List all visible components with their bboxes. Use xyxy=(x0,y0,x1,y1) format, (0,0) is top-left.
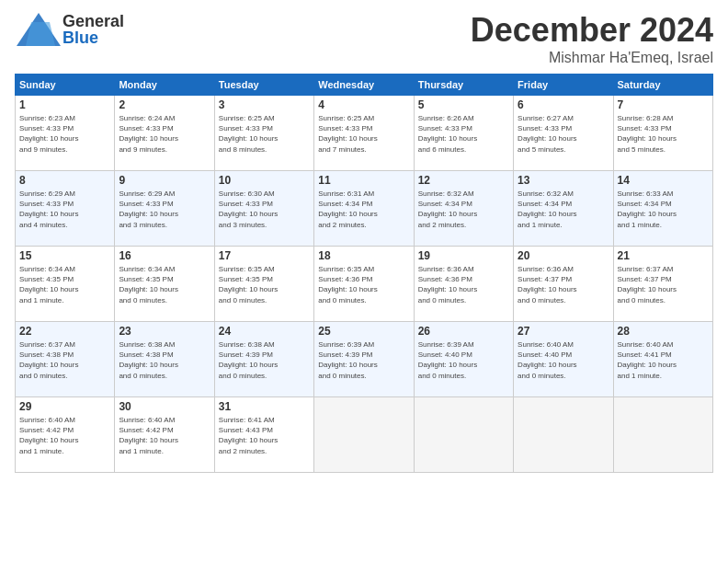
day-info: Sunrise: 6:32 AMSunset: 4:34 PMDaylight:… xyxy=(518,189,609,230)
day-number: 22 xyxy=(19,325,110,338)
calendar-cell: 15Sunrise: 6:34 AMSunset: 4:35 PMDayligh… xyxy=(16,247,115,322)
day-number: 10 xyxy=(219,174,310,187)
day-info: Sunrise: 6:28 AMSunset: 4:33 PMDaylight:… xyxy=(618,113,709,155)
calendar-cell: 8Sunrise: 6:29 AMSunset: 4:33 PMDaylight… xyxy=(16,171,115,247)
day-number: 31 xyxy=(219,400,310,413)
calendar-cell: 23Sunrise: 6:38 AMSunset: 4:38 PMDayligh… xyxy=(115,322,214,397)
day-number: 16 xyxy=(119,249,210,262)
day-info: Sunrise: 6:29 AMSunset: 4:33 PMDaylight:… xyxy=(119,189,210,230)
calendar-cell: 13Sunrise: 6:32 AMSunset: 4:34 PMDayligh… xyxy=(514,171,613,247)
calendar-cell: 17Sunrise: 6:35 AMSunset: 4:35 PMDayligh… xyxy=(214,247,313,322)
calendar-cell: 31Sunrise: 6:41 AMSunset: 4:43 PMDayligh… xyxy=(214,397,313,473)
calendar-cell: 6Sunrise: 6:27 AMSunset: 4:33 PMDaylight… xyxy=(514,96,613,171)
day-info: Sunrise: 6:37 AMSunset: 4:38 PMDaylight:… xyxy=(19,339,110,381)
day-info: Sunrise: 6:39 AMSunset: 4:40 PMDaylight:… xyxy=(418,339,509,381)
header: General Blue December 2024 Mishmar Ha'Em… xyxy=(15,11,713,66)
day-number: 7 xyxy=(618,98,709,111)
day-number: 9 xyxy=(119,174,210,187)
day-info: Sunrise: 6:35 AMSunset: 4:36 PMDaylight:… xyxy=(318,264,409,305)
calendar-week-3: 15Sunrise: 6:34 AMSunset: 4:35 PMDayligh… xyxy=(16,247,713,322)
calendar-cell xyxy=(414,397,513,473)
calendar-cell: 7Sunrise: 6:28 AMSunset: 4:33 PMDaylight… xyxy=(613,96,712,171)
day-info: Sunrise: 6:24 AMSunset: 4:33 PMDaylight:… xyxy=(119,113,210,155)
day-info: Sunrise: 6:29 AMSunset: 4:33 PMDaylight:… xyxy=(19,189,110,230)
calendar-cell: 26Sunrise: 6:39 AMSunset: 4:40 PMDayligh… xyxy=(414,322,513,397)
day-info: Sunrise: 6:40 AMSunset: 4:42 PMDaylight:… xyxy=(19,415,110,456)
day-number: 17 xyxy=(219,249,310,262)
calendar-header-row: SundayMondayTuesdayWednesdayThursdayFrid… xyxy=(16,75,713,96)
col-header-saturday: Saturday xyxy=(613,75,712,96)
day-number: 8 xyxy=(19,174,110,187)
day-info: Sunrise: 6:41 AMSunset: 4:43 PMDaylight:… xyxy=(219,415,310,456)
day-info: Sunrise: 6:38 AMSunset: 4:38 PMDaylight:… xyxy=(119,339,210,381)
day-number: 12 xyxy=(418,174,509,187)
logo-blue: Blue xyxy=(63,29,124,46)
calendar-cell: 14Sunrise: 6:33 AMSunset: 4:34 PMDayligh… xyxy=(613,171,712,247)
day-number: 15 xyxy=(19,249,110,262)
day-number: 19 xyxy=(418,249,509,262)
day-info: Sunrise: 6:34 AMSunset: 4:35 PMDaylight:… xyxy=(119,264,210,305)
day-number: 21 xyxy=(618,249,709,262)
calendar-cell: 16Sunrise: 6:34 AMSunset: 4:35 PMDayligh… xyxy=(115,247,214,322)
col-header-thursday: Thursday xyxy=(414,75,513,96)
col-header-friday: Friday xyxy=(514,75,613,96)
page: General Blue December 2024 Mishmar Ha'Em… xyxy=(0,0,728,563)
calendar-week-4: 22Sunrise: 6:37 AMSunset: 4:38 PMDayligh… xyxy=(16,322,713,397)
day-number: 6 xyxy=(518,98,609,111)
col-header-sunday: Sunday xyxy=(16,75,115,96)
calendar-cell xyxy=(314,397,414,473)
day-number: 1 xyxy=(19,98,110,111)
day-info: Sunrise: 6:23 AMSunset: 4:33 PMDaylight:… xyxy=(19,113,110,155)
day-info: Sunrise: 6:26 AMSunset: 4:33 PMDaylight:… xyxy=(418,113,509,155)
calendar-week-1: 1Sunrise: 6:23 AMSunset: 4:33 PMDaylight… xyxy=(16,96,713,171)
calendar-cell: 1Sunrise: 6:23 AMSunset: 4:33 PMDaylight… xyxy=(16,96,115,171)
calendar-cell: 5Sunrise: 6:26 AMSunset: 4:33 PMDaylight… xyxy=(414,96,513,171)
calendar-cell: 20Sunrise: 6:36 AMSunset: 4:37 PMDayligh… xyxy=(514,247,613,322)
day-info: Sunrise: 6:31 AMSunset: 4:34 PMDaylight:… xyxy=(318,189,409,230)
logo-text: General Blue xyxy=(63,13,124,46)
calendar-cell: 29Sunrise: 6:40 AMSunset: 4:42 PMDayligh… xyxy=(16,397,115,473)
title-block: December 2024 Mishmar Ha'Emeq, Israel xyxy=(471,11,713,66)
day-number: 24 xyxy=(219,325,310,338)
day-info: Sunrise: 6:37 AMSunset: 4:37 PMDaylight:… xyxy=(618,264,709,305)
calendar-cell: 22Sunrise: 6:37 AMSunset: 4:38 PMDayligh… xyxy=(16,322,115,397)
day-info: Sunrise: 6:32 AMSunset: 4:34 PMDaylight:… xyxy=(418,189,509,230)
day-info: Sunrise: 6:39 AMSunset: 4:39 PMDaylight:… xyxy=(318,339,409,381)
day-info: Sunrise: 6:34 AMSunset: 4:35 PMDaylight:… xyxy=(19,264,110,305)
location: Mishmar Ha'Emeq, Israel xyxy=(471,50,713,66)
calendar-cell: 9Sunrise: 6:29 AMSunset: 4:33 PMDaylight… xyxy=(115,171,214,247)
day-info: Sunrise: 6:40 AMSunset: 4:42 PMDaylight:… xyxy=(119,415,210,456)
col-header-wednesday: Wednesday xyxy=(314,75,414,96)
col-header-tuesday: Tuesday xyxy=(214,75,313,96)
day-number: 11 xyxy=(318,174,409,187)
calendar-cell: 2Sunrise: 6:24 AMSunset: 4:33 PMDaylight… xyxy=(115,96,214,171)
month-title: December 2024 xyxy=(471,11,713,50)
calendar-cell: 11Sunrise: 6:31 AMSunset: 4:34 PMDayligh… xyxy=(314,171,414,247)
calendar-table: SundayMondayTuesdayWednesdayThursdayFrid… xyxy=(15,74,713,473)
day-number: 2 xyxy=(119,98,210,111)
day-number: 29 xyxy=(19,400,110,413)
day-number: 3 xyxy=(219,98,310,111)
day-number: 5 xyxy=(418,98,509,111)
day-number: 25 xyxy=(318,325,409,338)
calendar-cell: 27Sunrise: 6:40 AMSunset: 4:40 PMDayligh… xyxy=(514,322,613,397)
day-number: 28 xyxy=(618,325,709,338)
logo-icon xyxy=(15,11,63,48)
day-number: 14 xyxy=(618,174,709,187)
col-header-monday: Monday xyxy=(115,75,214,96)
day-info: Sunrise: 6:27 AMSunset: 4:33 PMDaylight:… xyxy=(518,113,609,155)
day-number: 20 xyxy=(518,249,609,262)
day-number: 18 xyxy=(318,249,409,262)
day-info: Sunrise: 6:40 AMSunset: 4:41 PMDaylight:… xyxy=(618,339,709,381)
calendar-week-2: 8Sunrise: 6:29 AMSunset: 4:33 PMDaylight… xyxy=(16,171,713,247)
calendar-cell: 25Sunrise: 6:39 AMSunset: 4:39 PMDayligh… xyxy=(314,322,414,397)
day-number: 26 xyxy=(418,325,509,338)
day-info: Sunrise: 6:35 AMSunset: 4:35 PMDaylight:… xyxy=(219,264,310,305)
day-info: Sunrise: 6:38 AMSunset: 4:39 PMDaylight:… xyxy=(219,339,310,381)
calendar-cell: 3Sunrise: 6:25 AMSunset: 4:33 PMDaylight… xyxy=(214,96,313,171)
logo-general: General xyxy=(63,13,124,29)
day-info: Sunrise: 6:25 AMSunset: 4:33 PMDaylight:… xyxy=(219,113,310,155)
day-number: 4 xyxy=(318,98,409,111)
logo: General Blue xyxy=(15,11,124,48)
day-number: 23 xyxy=(119,325,210,338)
